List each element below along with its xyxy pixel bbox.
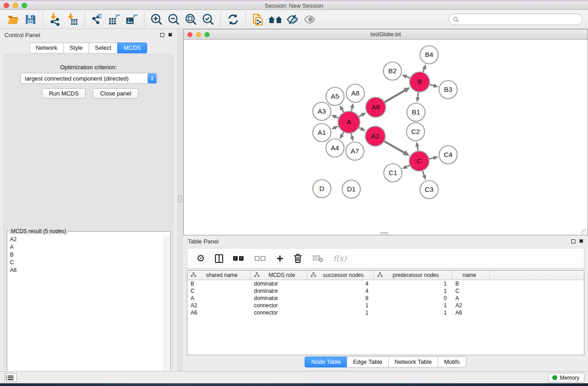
table-cell[interactable]: A — [187, 295, 251, 301]
zoom-out-icon[interactable] — [165, 11, 182, 28]
graph-edge-A-A3[interactable] — [331, 115, 338, 119]
export-image-icon[interactable] — [123, 11, 140, 28]
table-cell[interactable]: 8 — [307, 295, 374, 301]
table-cell[interactable]: 4 — [307, 288, 374, 294]
mcds-result-list[interactable]: A2ABCA6 — [8, 235, 164, 386]
table-cell[interactable]: B — [452, 281, 490, 287]
delete-column-icon[interactable] — [293, 252, 302, 265]
close-panel-icon[interactable]: ✖ — [168, 33, 172, 37]
tab-network-table[interactable]: Network Table — [388, 357, 438, 367]
graph-edge-B-B4[interactable] — [422, 64, 426, 72]
column-header-name[interactable]: name — [452, 271, 490, 280]
select-all-icon[interactable]: ✓✓ — [233, 252, 245, 265]
network-window-titlebar[interactable]: testGlobe.txt — [184, 29, 588, 40]
graph-edge-A-A7[interactable] — [350, 133, 354, 141]
mcds-result-item[interactable]: A — [8, 243, 164, 251]
table-cell[interactable]: C — [452, 288, 490, 294]
graph-node-C2[interactable]: C2 — [406, 123, 425, 141]
tab-mcds[interactable]: MCDS — [117, 43, 147, 53]
optimization-criterion-select[interactable]: largest connected component (directed) ▲… — [20, 73, 158, 84]
tab-network[interactable]: Network — [29, 43, 64, 53]
graph-edge-C-C4[interactable] — [429, 156, 438, 160]
table-row[interactable]: Bdominator41B — [187, 280, 584, 287]
table-cell[interactable]: C — [187, 288, 251, 294]
column-header-successor-nodes[interactable]: successor nodes — [307, 271, 374, 280]
tab-select[interactable]: Select — [89, 43, 118, 53]
tab-motifs[interactable]: Motifs — [438, 357, 466, 367]
graph-node-A3[interactable]: A3 — [313, 102, 331, 120]
open-file-icon[interactable] — [5, 11, 22, 28]
graph-edge-A-A8[interactable] — [350, 103, 354, 111]
tab-style[interactable]: Style — [63, 43, 89, 53]
refresh-layout-icon[interactable] — [225, 11, 242, 28]
table-row[interactable]: Cdominator41C — [187, 287, 584, 295]
graph-node-C4[interactable]: C4 — [439, 146, 457, 164]
import-table-icon[interactable] — [64, 11, 81, 28]
table-cell[interactable]: 0 — [374, 295, 452, 301]
graph-edge-A2-C[interactable] — [384, 141, 410, 156]
run-mcds-button[interactable]: Run MCDS — [42, 88, 86, 99]
mcds-result-scrollbar[interactable] — [164, 235, 170, 386]
table-cell[interactable]: 1 — [374, 288, 452, 294]
table-cell[interactable]: 1 — [307, 310, 374, 316]
network-from-file-icon[interactable] — [249, 11, 267, 28]
table-cell[interactable]: 1 — [374, 302, 452, 309]
graph-edge-C-C1[interactable] — [402, 165, 410, 169]
graph-node-B4[interactable]: B4 — [420, 46, 438, 64]
show-hide-icon[interactable] — [301, 11, 318, 28]
graph-node-C1[interactable]: C1 — [384, 164, 402, 182]
close-panel-icon[interactable]: ✖ — [579, 239, 583, 243]
graph-node-B1[interactable]: B1 — [407, 103, 425, 121]
graph-node-C[interactable]: C — [409, 151, 429, 171]
graph-edge-C-C3[interactable] — [422, 171, 426, 181]
graph-edge-C-C2[interactable] — [415, 142, 419, 151]
graph-node-A[interactable]: A — [338, 111, 360, 133]
graph-edge-B-B2[interactable] — [402, 75, 410, 79]
delete-table-icon[interactable] — [312, 252, 323, 265]
graph-edge-A-A4[interactable] — [340, 132, 344, 139]
float-window-icon[interactable] — [160, 33, 164, 37]
zoom-selected-icon[interactable] — [200, 11, 217, 28]
mcds-result-item[interactable]: B — [8, 251, 164, 258]
network-canvas[interactable]: B4B2BB3A5A8A6A3B1AC2A1A2A4A7C4CC1C3DD1 — [184, 40, 588, 235]
mcds-result-item[interactable]: A6 — [8, 266, 164, 274]
table-cell[interactable]: 4 — [307, 281, 374, 287]
graph-node-A8[interactable]: A8 — [346, 84, 364, 102]
table-cell[interactable]: A2 — [452, 302, 490, 309]
graph-node-D[interactable]: D — [313, 180, 331, 198]
split-divider-handle[interactable] — [178, 195, 182, 202]
table-cell[interactable]: connector — [251, 310, 307, 316]
mcds-result-item[interactable]: A2 — [8, 235, 164, 243]
graph-node-B2[interactable]: B2 — [383, 62, 402, 80]
function-builder-icon[interactable]: f(x) — [333, 252, 346, 265]
table-cell[interactable]: dominator — [251, 288, 307, 294]
graph-edge-B-B1[interactable] — [416, 92, 420, 102]
graph-edge-A-A1[interactable] — [331, 125, 339, 129]
table-cell[interactable]: A — [452, 295, 490, 301]
mcds-result-item[interactable]: C — [8, 258, 164, 266]
graph-node-D1[interactable]: D1 — [342, 180, 360, 198]
graph-edge-A-A6[interactable] — [359, 113, 366, 117]
panels-menu-button[interactable] — [5, 373, 17, 382]
graph-node-B[interactable]: B — [410, 72, 430, 92]
search-input[interactable] — [459, 15, 582, 24]
table-cell[interactable]: 1 — [374, 281, 452, 287]
settings-gear-icon[interactable]: ⚙ — [196, 252, 205, 265]
show-columns-icon[interactable] — [215, 252, 223, 265]
save-session-icon[interactable] — [22, 11, 39, 28]
table-row[interactable]: A6connector11A6 — [187, 309, 584, 316]
table-row[interactable]: A2connector11A2 — [187, 302, 584, 309]
table-cell[interactable]: 1 — [307, 302, 374, 309]
export-network-icon[interactable] — [89, 11, 106, 28]
table-cell[interactable]: B — [187, 281, 251, 287]
graph-node-A1[interactable]: A1 — [313, 124, 331, 142]
graph-node-A2[interactable]: A2 — [365, 126, 385, 146]
close-panel-button[interactable]: Close panel — [93, 88, 139, 99]
graph-node-A6[interactable]: A6 — [366, 97, 386, 117]
table-row[interactable]: Adominator80A — [187, 295, 584, 302]
float-window-icon[interactable] — [571, 239, 575, 243]
graph-edge-B-B3[interactable] — [430, 84, 439, 88]
table-cell[interactable]: dominator — [251, 281, 307, 287]
import-network-icon[interactable] — [47, 11, 64, 28]
table-cell[interactable]: 1 — [374, 310, 452, 316]
